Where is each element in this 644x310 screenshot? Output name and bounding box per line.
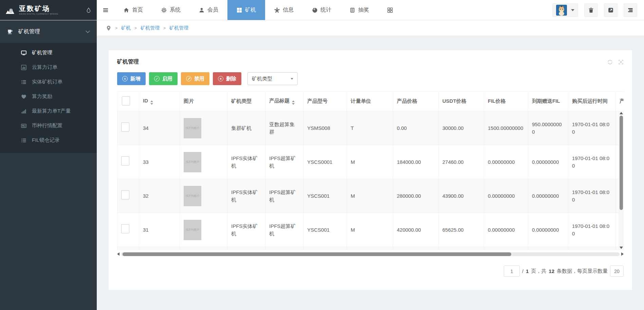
cell-select	[117, 247, 139, 250]
cell-image: 找不到图片	[180, 247, 227, 250]
breadcrumb-link-矿机[interactable]: 矿机	[121, 25, 131, 31]
sort-icon[interactable]	[150, 100, 153, 105]
total-pages: 1	[526, 268, 529, 274]
cell-fil_price: 1500.00000000	[484, 111, 528, 145]
nav-list-button[interactable]	[624, 3, 637, 17]
column-label: 图片	[184, 98, 194, 104]
scroll-down-icon[interactable]	[620, 247, 623, 249]
cell-title: IPFS超算矿机	[265, 145, 303, 179]
row-checkbox[interactable]	[121, 156, 129, 166]
breadcrumb-separator: >	[163, 26, 166, 31]
horizontal-scrollbar[interactable]	[117, 251, 624, 257]
cell-runtime: 1970-01-01 08:00	[568, 145, 616, 179]
sidebar-item-币种行情配置[interactable]: 币种行情配置	[0, 118, 97, 133]
scroll-right-icon[interactable]	[621, 252, 624, 256]
sidebar-item-算力奖励[interactable]: 算力奖励	[0, 89, 97, 104]
enable-button[interactable]: ✓ 启用	[149, 72, 178, 85]
table-row: 30找不到图片IPFS实体矿机IPFS超算矿机YSCS001M120000.00…	[117, 247, 624, 250]
caret-down-icon	[571, 9, 574, 11]
miner-management-panel: 矿机管理 + 新增 ✓ 启用	[109, 50, 632, 290]
cell-model: YSCS001	[303, 247, 347, 250]
header-cell-产品标题[interactable]: 产品标题	[265, 92, 303, 111]
header-cell-USDT价格: USDT价格	[439, 92, 484, 111]
sidebar-item-最新算力单T产量[interactable]: 最新算力单T产量	[0, 104, 97, 118]
cell-price: 420000.00	[393, 213, 439, 247]
refresh-icon[interactable]	[607, 59, 613, 65]
cell-title: IPFS超算矿机	[265, 213, 303, 247]
droplet-icon[interactable]	[86, 7, 91, 13]
header-cell-购买后运行时间: 购买后运行时间	[568, 92, 616, 111]
nav-item-首页[interactable]: 首页	[114, 0, 152, 20]
trash-button[interactable]	[584, 3, 598, 17]
breadcrumb-link-矿机管理[interactable]: 矿机管理	[169, 25, 188, 31]
total-records: 12	[549, 268, 554, 274]
nav-item-抽奖[interactable]: 抽奖	[341, 0, 378, 20]
miner-type-select[interactable]: 矿机类型	[247, 72, 298, 85]
nav-item-会员[interactable]: 会员	[190, 0, 227, 20]
nav-item-label: 统计	[320, 6, 331, 14]
table-header-row: ID图片矿机类型产品标题产品型号计量单位产品价格USDT价格FIL价格到期赠送F…	[117, 92, 624, 111]
cell-type: 集群矿机	[227, 111, 265, 145]
list-icon	[21, 138, 26, 143]
column-label: 产	[620, 98, 624, 104]
row-checkbox[interactable]	[121, 224, 129, 233]
cell-usdt_price: 27460.00	[439, 145, 484, 179]
table-row: 33找不到图片IPFS实体矿机IPFS超算矿机YSCS0001M184000.0…	[117, 145, 624, 179]
sidebar-item-实体矿机订单[interactable]: 实体矿机订单	[0, 75, 97, 89]
caret-down-icon	[291, 78, 293, 80]
cell-image: 找不到图片	[180, 213, 227, 247]
nav-item-信息[interactable]: 信息	[265, 0, 303, 20]
row-checkbox[interactable]	[121, 190, 129, 199]
delete-button[interactable]: × 删除	[213, 72, 241, 85]
column-label: USDT价格	[442, 98, 466, 104]
horizontal-scroll-thumb[interactable]	[123, 252, 511, 256]
sidebar-item-云算力订单[interactable]: 云算力订单	[0, 60, 97, 75]
pagination-slash: /	[522, 268, 523, 274]
add-button[interactable]: + 新增	[117, 72, 146, 85]
cell-fil_price: 0.00000000	[484, 145, 528, 179]
map-marker-icon	[106, 25, 111, 31]
avatar-dropdown-button[interactable]	[552, 3, 578, 17]
user-icon	[199, 7, 204, 13]
nav-item-统计[interactable]: 统计	[303, 0, 341, 20]
page-background: 矿机管理 + 新增 ✓ 启用	[97, 36, 644, 310]
select-all-checkbox[interactable]	[122, 96, 130, 105]
popout-button[interactable]	[604, 3, 618, 17]
windows-icon	[237, 7, 242, 13]
cell-select	[117, 145, 139, 179]
vertical-scroll-thumb[interactable]	[620, 116, 623, 210]
cell-fil_price: 0.00000000	[484, 213, 528, 247]
sort-icon[interactable]	[292, 100, 295, 105]
fullscreen-icon[interactable]	[618, 59, 624, 65]
sidebar-parent-miner-management[interactable]: 矿机管理	[0, 20, 97, 43]
breadcrumb-separator: >	[134, 26, 137, 31]
page-number-input[interactable]	[504, 266, 520, 277]
cell-runtime: 1970-01-01 08:00	[568, 179, 616, 213]
disable-button[interactable]: 禁用	[181, 72, 209, 85]
cell-type: IPFS实体矿机	[227, 145, 265, 179]
cell-select	[117, 111, 139, 145]
scroll-left-icon[interactable]	[117, 252, 119, 256]
column-label: FIL价格	[488, 98, 506, 104]
header-cell-ID[interactable]: ID	[139, 92, 180, 111]
sidebar-toggle-button[interactable]	[97, 0, 114, 20]
cell-id: 31	[139, 213, 180, 247]
row-checkbox[interactable]	[121, 122, 129, 132]
cell-title: 亚数超算集群	[265, 111, 303, 145]
page-size-input[interactable]	[610, 266, 624, 277]
brand-title: 亚数矿场	[19, 5, 58, 12]
check-circle-icon: ✓	[154, 76, 160, 81]
image-placeholder: 找不到图片	[184, 186, 201, 206]
scroll-up-icon[interactable]	[620, 112, 623, 114]
sidebar-item-矿机管理[interactable]: 矿机管理	[0, 45, 97, 60]
sidebar-item-FIL锁仓记录[interactable]: FIL锁仓记录	[0, 133, 97, 148]
nav-item-系统[interactable]: 系统	[152, 0, 190, 20]
vertical-scrollbar[interactable]	[619, 111, 624, 250]
column-label: 购买后运行时间	[572, 98, 608, 104]
cell-price: 280000.00	[393, 179, 439, 213]
trash-icon	[588, 7, 594, 13]
table-row: 34找不到图片集群矿机亚数超算集群YSMS008T0.0030000.00150…	[117, 111, 624, 145]
nav-item-矿机[interactable]: 矿机	[227, 0, 265, 20]
nav-item-grid[interactable]	[378, 0, 402, 20]
breadcrumb-link-矿机管理[interactable]: 矿机管理	[141, 25, 160, 31]
